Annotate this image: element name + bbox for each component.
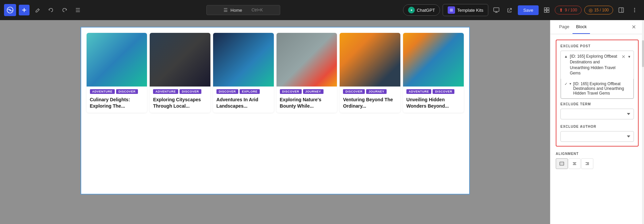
post-card: DISCOVER EXPLORE Adventures In Arid Land… (213, 33, 274, 113)
svg-point-19 (634, 10, 635, 11)
exclude-post-section: EXCLUDE POST ▲ [ID: 165] Exploring Offbe… (560, 44, 634, 99)
svg-rect-21 (560, 162, 564, 165)
svg-rect-14 (544, 10, 546, 12)
external-link-button[interactable] (504, 5, 515, 15)
toolbar: ☰ Home Ctrl+K ✦ ChatGPT ⊞ Template Kits … (0, 0, 644, 20)
panel-body: EXCLUDE POST ▲ [ID: 165] Exploring Offbe… (550, 34, 644, 224)
counter2-button[interactable]: ◎ 15 / 100 (584, 6, 613, 14)
post-card: DISCOVER JOURNEY Venturing Beyond The Or… (340, 33, 400, 113)
svg-rect-15 (547, 10, 549, 12)
counter1-button[interactable]: ⬆ 9 / 100 (555, 6, 582, 14)
dropdown-list-item[interactable]: ✓ ▾ [ID: 165] Exploring Offbeat Destinat… (561, 79, 633, 98)
svg-rect-16 (619, 8, 624, 12)
exclude-author-wrapper (560, 131, 634, 142)
svg-rect-12 (544, 8, 546, 10)
svg-point-18 (634, 8, 635, 9)
tag-adventure: ADVENTURE (90, 89, 115, 94)
chevron-up-icon: ▲ (564, 54, 568, 58)
list-view-button[interactable] (72, 5, 83, 15)
chatgpt-icon: ✦ (408, 7, 415, 13)
chatgpt-button[interactable]: ✦ ChatGPT (403, 4, 440, 16)
align-left-button[interactable] (556, 158, 568, 169)
post-image-2 (150, 33, 210, 87)
template-kits-icon: ⊞ (448, 6, 455, 14)
post-card: ADVENTURE DISCOVER Culinary Delights: Ex… (87, 33, 147, 113)
tab-page[interactable]: Page (556, 20, 573, 34)
post-tags-4: DISCOVER JOURNEY (277, 87, 337, 95)
tag-adventure: ADVENTURE (153, 89, 178, 94)
post-tags-2: ADVENTURE DISCOVER (150, 87, 210, 95)
canvas-inner: ADVENTURE DISCOVER Culinary Delights: Ex… (81, 27, 470, 194)
post-title-1: Culinary Delights: Exploring The... (87, 95, 147, 113)
chatgpt-label: ChatGPT (417, 8, 435, 13)
dropdown-arrow-button[interactable]: ▾ (628, 54, 630, 59)
post-image-1 (87, 33, 147, 87)
exclude-term-section: EXCLUDE TERM (560, 102, 634, 119)
post-title-5: Venturing Beyond The Ordinary... (340, 95, 400, 113)
check-icon: ✓ (564, 82, 567, 86)
alignment-buttons (556, 158, 639, 169)
post-title-4: Exploring Nature's Bounty While... (277, 95, 337, 113)
keyboard-shortcut: Ctrl+K (252, 8, 263, 12)
panel-tabs: Page Block ✕ (550, 20, 644, 34)
sidebar-toggle-button[interactable] (616, 5, 627, 15)
scrollbar-thumb (642, 40, 644, 67)
redo-button[interactable] (59, 5, 70, 15)
tab-block[interactable]: Block (573, 20, 590, 34)
align-right-button[interactable] (581, 158, 593, 169)
exclude-section-box: EXCLUDE POST ▲ [ID: 165] Exploring Offbe… (556, 40, 639, 147)
counter1-label: 9 / 100 (565, 8, 577, 12)
panel-close-button[interactable]: ✕ (629, 20, 639, 34)
layout-toggle-button[interactable] (541, 5, 552, 15)
dropdown-item-text: [ID: 165] Exploring Offbeat Destinations… (573, 81, 630, 96)
tag-adventure: ADVENTURE (406, 89, 432, 94)
svg-point-20 (634, 11, 635, 12)
tag-journey: JOURNEY (366, 89, 387, 94)
post-tags-1: ADVENTURE DISCOVER (87, 87, 147, 95)
exclude-author-section: EXCLUDE AUTHOR (560, 125, 634, 142)
post-image-6 (403, 33, 464, 87)
save-button[interactable]: Save (518, 5, 539, 15)
alignment-label: ALIGNMENT (556, 152, 639, 156)
template-kits-button[interactable]: ⊞ Template Kits (443, 4, 488, 16)
post-title-2: Exploring Cityscapes Through Local... (150, 95, 210, 113)
page-selector[interactable]: ☰ Home Ctrl+K (206, 5, 280, 15)
svg-rect-13 (547, 8, 549, 10)
tag-discover: DISCOVER (343, 89, 365, 94)
add-block-button[interactable] (19, 5, 30, 15)
exclude-author-select[interactable] (560, 131, 634, 142)
dropdown-list: ✓ ▾ [ID: 165] Exploring Offbeat Destinat… (561, 79, 634, 99)
tag-discover: DISCOVER (216, 89, 238, 94)
post-card: DISCOVER JOURNEY Exploring Nature's Boun… (277, 33, 337, 113)
undo-button[interactable] (46, 5, 56, 15)
exclude-post-dropdown[interactable]: ▲ [ID: 165] Exploring Offbeat Destinatio… (560, 51, 634, 99)
post-image-4 (277, 33, 337, 87)
tag-discover: DISCOVER (433, 89, 454, 94)
page-name: Home (231, 8, 242, 13)
posts-grid: ADVENTURE DISCOVER Culinary Delights: Ex… (81, 27, 469, 118)
exclude-post-label: EXCLUDE POST (560, 44, 634, 48)
align-center-button[interactable] (568, 158, 581, 169)
counter2-label: 15 / 100 (594, 8, 609, 12)
caret-icon: ▾ (569, 82, 571, 86)
edit-button[interactable] (32, 5, 43, 15)
post-image-3 (213, 33, 274, 87)
counter1-icon: ⬆ (559, 7, 563, 13)
dropdown-selected-area[interactable]: ▲ [ID: 165] Exploring Offbeat Destinatio… (561, 51, 634, 79)
post-card: ADVENTURE DISCOVER Exploring Cityscapes … (150, 33, 210, 113)
selected-post-text: [ID: 165] Exploring Offbeat Destinations… (570, 54, 619, 76)
alignment-section: ALIGNMENT (556, 152, 639, 169)
post-tags-5: DISCOVER JOURNEY (340, 87, 400, 95)
post-card: ADVENTURE DISCOVER Unveiling Hidden Wond… (403, 33, 464, 113)
page-icon: ☰ (224, 7, 228, 13)
template-kits-label: Template Kits (457, 8, 483, 13)
tag-journey: JOURNEY (303, 89, 324, 94)
exclude-term-label: EXCLUDE TERM (560, 102, 634, 106)
preview-button[interactable] (491, 5, 502, 15)
exclude-term-select[interactable] (560, 109, 634, 119)
more-options-button[interactable] (629, 5, 640, 15)
wp-logo[interactable] (4, 4, 16, 16)
svg-point-1 (9, 9, 11, 11)
dropdown-clear-button[interactable]: ✕ (621, 54, 626, 59)
panel-scrollbar[interactable] (642, 20, 644, 224)
